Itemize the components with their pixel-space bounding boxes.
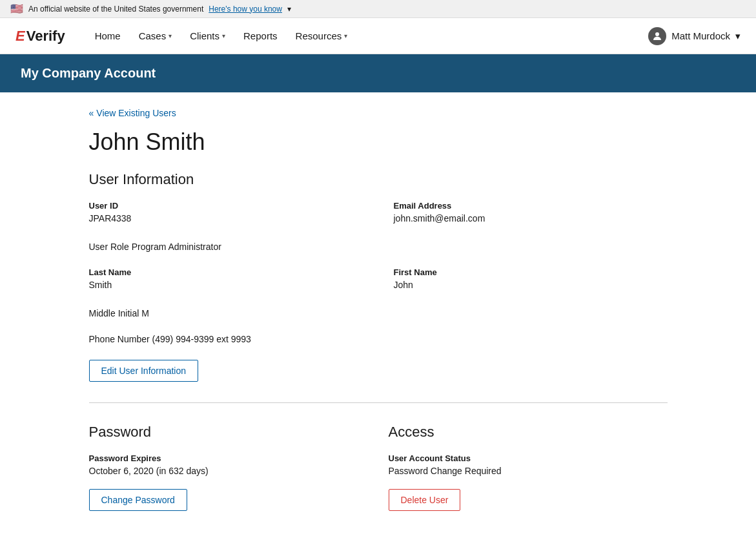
nav-label-clients: Clients bbox=[190, 30, 220, 41]
phone-number-value: (499) 994-9399 ext 9993 bbox=[152, 334, 251, 344]
password-expires-field: Password Expires October 6, 2020 (in 632… bbox=[89, 453, 368, 476]
section-divider bbox=[89, 402, 668, 403]
nav-links: Home Cases ▾ Clients ▾ Reports Resources… bbox=[86, 25, 649, 47]
gov-banner-text: An official website of the United States… bbox=[28, 5, 203, 14]
change-password-button[interactable]: Change Password bbox=[89, 489, 187, 511]
nav-item-cases[interactable]: Cases ▾ bbox=[130, 25, 181, 47]
back-arrow-icon: « bbox=[89, 108, 94, 118]
gov-banner: 🇺🇸 An official website of the United Sta… bbox=[0, 0, 756, 18]
flag-icon: 🇺🇸 bbox=[10, 3, 23, 15]
chevron-down-icon: ▾ bbox=[344, 32, 347, 39]
user-role-field: User Role Program Administrator bbox=[89, 242, 668, 252]
password-expires-label: Password Expires bbox=[89, 453, 368, 463]
email-value: john.smith@email.com bbox=[394, 213, 668, 223]
first-name-value: John bbox=[394, 280, 668, 290]
email-label: Email Address bbox=[394, 201, 668, 211]
nav-label-reports: Reports bbox=[243, 30, 278, 41]
nav-label-cases: Cases bbox=[139, 30, 167, 41]
user-id-label: User ID bbox=[89, 201, 363, 211]
page-header: My Company Account bbox=[0, 54, 756, 92]
nav-item-reports[interactable]: Reports bbox=[234, 25, 287, 47]
chevron-down-icon: ▾ bbox=[169, 32, 172, 39]
last-name-value: Smith bbox=[89, 280, 363, 290]
page-title: John Smith bbox=[89, 129, 668, 156]
user-id-field: User ID JPAR4338 bbox=[89, 201, 363, 223]
phone-number-field: Phone Number (499) 994-9399 ext 9993 bbox=[89, 334, 668, 344]
user-id-value: JPAR4338 bbox=[89, 213, 363, 223]
password-access-section: Password Password Expires October 6, 202… bbox=[89, 424, 668, 511]
chevron-down-icon: ▾ bbox=[735, 30, 741, 42]
nav-label-resources: Resources bbox=[296, 30, 342, 41]
user-info-row-1: User ID JPAR4338 Email Address john.smit… bbox=[89, 201, 668, 223]
last-name-label: Last Name bbox=[89, 267, 363, 277]
logo-verify: Verify bbox=[26, 28, 65, 45]
breadcrumb[interactable]: « View Existing Users bbox=[89, 108, 176, 118]
first-name-field: First Name John bbox=[394, 267, 668, 290]
user-account-status-field: User Account Status Password Change Requ… bbox=[389, 453, 668, 476]
svg-point-0 bbox=[655, 32, 659, 36]
access-column: Access User Account Status Password Chan… bbox=[389, 424, 668, 511]
user-role-label: User Role bbox=[89, 242, 129, 252]
middle-initial-field: Middle Initial M bbox=[89, 308, 668, 318]
user-info-section-title: User Information bbox=[89, 171, 668, 188]
navbar: EVerify Home Cases ▾ Clients ▾ Reports R… bbox=[0, 18, 756, 54]
middle-initial-value: M bbox=[141, 308, 149, 318]
logo-e: E bbox=[15, 28, 25, 45]
first-name-label: First Name bbox=[394, 267, 668, 277]
nav-user[interactable]: Matt Murdock ▾ bbox=[648, 27, 741, 45]
password-expires-value: October 6, 2020 (in 632 days) bbox=[89, 466, 368, 476]
middle-initial-label: Middle Initial bbox=[89, 308, 139, 318]
breadcrumb-label: View Existing Users bbox=[96, 108, 176, 118]
password-section-title: Password bbox=[89, 424, 368, 441]
password-column: Password Password Expires October 6, 202… bbox=[89, 424, 368, 511]
nav-item-home[interactable]: Home bbox=[86, 25, 130, 47]
last-name-field: Last Name Smith bbox=[89, 267, 363, 290]
how-you-know-link[interactable]: Here's how you know bbox=[209, 5, 282, 14]
user-account-status-label: User Account Status bbox=[389, 453, 668, 463]
edit-user-info-button[interactable]: Edit User Information bbox=[89, 360, 199, 382]
nav-item-clients[interactable]: Clients ▾ bbox=[181, 25, 234, 47]
user-account-status-value: Password Change Required bbox=[389, 466, 668, 476]
main-content: « View Existing Users John Smith User In… bbox=[68, 92, 688, 540]
chevron-down-icon: ▾ bbox=[287, 5, 291, 14]
nav-user-name: Matt Murdock bbox=[671, 30, 730, 41]
nav-label-home: Home bbox=[95, 30, 121, 41]
email-field: Email Address john.smith@email.com bbox=[394, 201, 668, 223]
chevron-down-icon: ▾ bbox=[222, 32, 225, 39]
user-avatar-icon bbox=[648, 27, 666, 45]
nav-item-resources[interactable]: Resources ▾ bbox=[287, 25, 357, 47]
logo[interactable]: EVerify bbox=[15, 28, 65, 45]
delete-user-button[interactable]: Delete User bbox=[389, 489, 461, 511]
access-section-title: Access bbox=[389, 424, 668, 441]
phone-number-label: Phone Number bbox=[89, 334, 150, 344]
page-header-title: My Company Account bbox=[21, 66, 156, 80]
user-role-value: Program Administrator bbox=[132, 242, 221, 252]
user-info-row-2: Last Name Smith First Name John bbox=[89, 267, 668, 290]
